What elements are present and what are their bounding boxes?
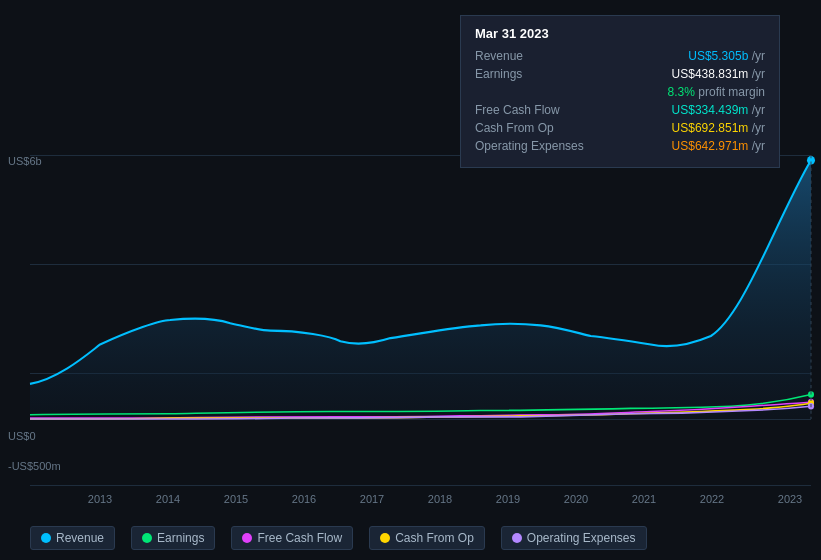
x-label-2014: 2014 [156, 493, 180, 505]
chart-container: Mar 31 2023 Revenue US$5.305b /yr Earnin… [0, 0, 821, 560]
legend-label-cashop: Cash From Op [395, 531, 474, 545]
legend-item-revenue[interactable]: Revenue [30, 526, 115, 550]
legend-item-cashop[interactable]: Cash From Op [369, 526, 485, 550]
chart-svg [30, 155, 811, 485]
legend-dot-revenue [41, 533, 51, 543]
tooltip-row-fcf: Free Cash Flow US$334.439m /yr [475, 103, 765, 117]
legend-label-opex: Operating Expenses [527, 531, 636, 545]
tooltip-value-opex: US$642.971m /yr [672, 139, 765, 153]
legend-label-earnings: Earnings [157, 531, 204, 545]
tooltip-label-earnings: Earnings [475, 67, 595, 81]
tooltip-box: Mar 31 2023 Revenue US$5.305b /yr Earnin… [460, 15, 780, 168]
legend-dot-cashop [380, 533, 390, 543]
legend-item-fcf[interactable]: Free Cash Flow [231, 526, 353, 550]
tooltip-label-revenue: Revenue [475, 49, 595, 63]
legend-item-earnings[interactable]: Earnings [131, 526, 215, 550]
x-label-2021: 2021 [632, 493, 656, 505]
legend-dot-earnings [142, 533, 152, 543]
legend-item-opex[interactable]: Operating Expenses [501, 526, 647, 550]
x-label-2015: 2015 [224, 493, 248, 505]
tooltip-row-profit-margin: 8.3% profit margin [475, 85, 765, 99]
tooltip-label-cashop: Cash From Op [475, 121, 595, 135]
x-label-2018: 2018 [428, 493, 452, 505]
legend-label-revenue: Revenue [56, 531, 104, 545]
tooltip-value-fcf: US$334.439m /yr [672, 103, 765, 117]
tooltip-title: Mar 31 2023 [475, 26, 765, 41]
x-label-2017: 2017 [360, 493, 384, 505]
tooltip-label-fcf: Free Cash Flow [475, 103, 595, 117]
x-label-2019: 2019 [496, 493, 520, 505]
legend: Revenue Earnings Free Cash Flow Cash Fro… [30, 526, 647, 550]
x-label-2022: 2022 [700, 493, 724, 505]
legend-label-fcf: Free Cash Flow [257, 531, 342, 545]
profit-margin: 8.3% profit margin [668, 85, 765, 99]
legend-dot-fcf [242, 533, 252, 543]
tooltip-value-cashop: US$692.851m /yr [672, 121, 765, 135]
tooltip-row-revenue: Revenue US$5.305b /yr [475, 49, 765, 63]
x-label-2020: 2020 [564, 493, 588, 505]
x-label-2016: 2016 [292, 493, 316, 505]
tooltip-row-opex: Operating Expenses US$642.971m /yr [475, 139, 765, 153]
x-label-2023: 2023 [778, 493, 802, 505]
tooltip-value-earnings: US$438.831m /yr [672, 67, 765, 81]
tooltip-label-opex: Operating Expenses [475, 139, 595, 153]
grid-line-bot [30, 485, 811, 486]
tooltip-row-earnings: Earnings US$438.831m /yr [475, 67, 765, 81]
tooltip-value-revenue: US$5.305b /yr [688, 49, 765, 63]
tooltip-row-cashop: Cash From Op US$692.851m /yr [475, 121, 765, 135]
legend-dot-opex [512, 533, 522, 543]
revenue-area [30, 160, 811, 419]
chart-area [30, 155, 811, 485]
x-label-2013: 2013 [88, 493, 112, 505]
